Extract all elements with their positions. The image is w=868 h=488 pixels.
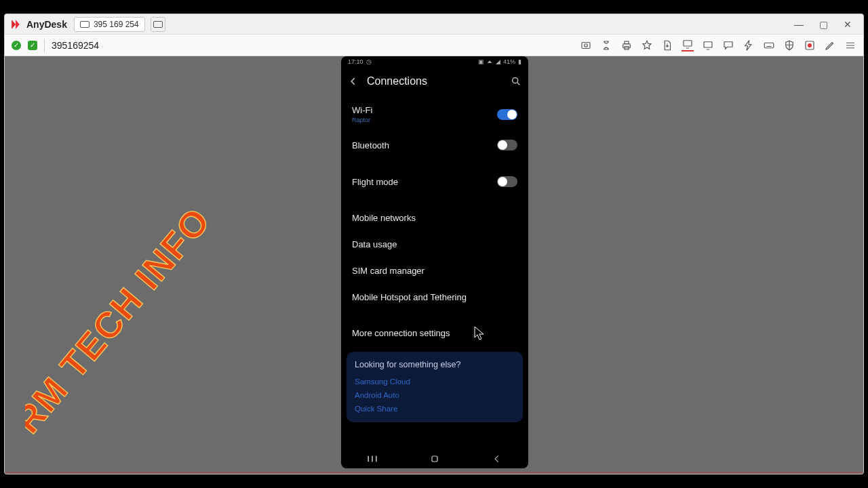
close-button[interactable]: ✕ <box>843 20 852 29</box>
hotspot-row[interactable]: Mobile Hotspot and Tethering <box>341 284 528 310</box>
monitor-icon <box>80 21 90 28</box>
status-time: 17:10 <box>348 58 363 65</box>
record-icon[interactable] <box>804 39 816 52</box>
more-settings-row[interactable]: More connection settings <box>341 320 528 346</box>
flight-mode-label: Flight mode <box>352 177 398 187</box>
download-file-icon[interactable] <box>661 39 673 52</box>
svg-rect-13 <box>432 456 437 462</box>
svg-point-12 <box>513 78 518 83</box>
link-samsung-cloud[interactable]: Samsung Cloud <box>355 375 515 388</box>
mobile-networks-row[interactable]: Mobile networks <box>341 205 528 231</box>
connection-ok-icon: ✓ <box>12 41 21 50</box>
svg-rect-5 <box>625 41 629 44</box>
separator <box>44 39 45 52</box>
status-battery: 41% <box>503 58 515 65</box>
svg-marker-1 <box>16 20 20 28</box>
svg-rect-4 <box>623 43 631 47</box>
session-toolbar: ✓ ✓ 395169254 <box>5 35 863 56</box>
remote-cursor-icon <box>474 326 485 341</box>
sim-manager-label: SIM card manager <box>352 266 425 276</box>
svg-marker-0 <box>12 20 16 28</box>
title-bar: AnyDesk 395 169 254 — ▢ ✕ <box>5 14 863 35</box>
suggestions-card: Looking for something else? Samsung Clou… <box>347 352 523 422</box>
monitor-icon[interactable] <box>702 39 714 52</box>
monitor-select-icon[interactable] <box>682 39 694 52</box>
printer-icon[interactable] <box>620 39 633 52</box>
shield-icon[interactable] <box>783 39 795 52</box>
star-icon[interactable] <box>641 39 653 52</box>
toolbar-actions <box>580 39 856 52</box>
search-button[interactable] <box>509 75 523 88</box>
card-heading: Looking for something else? <box>355 360 515 369</box>
svg-rect-8 <box>704 41 712 47</box>
menu-icon[interactable] <box>844 39 856 52</box>
address-tab[interactable]: 395 169 254 <box>74 17 145 32</box>
app-name: AnyDesk <box>26 19 67 30</box>
phone-status-bar: 17:10 ◷ ▣ ⏶ ◢ 41% ▮ <box>341 56 528 67</box>
mobile-networks-label: Mobile networks <box>352 213 416 223</box>
flight-mode-toggle[interactable] <box>497 176 517 187</box>
anydesk-logo-icon <box>9 18 22 31</box>
settings-list: Wi-Fi Raptor Bluetooth Flight mode Mo <box>341 96 528 348</box>
status-wifi-icon: ⏶ <box>487 58 493 65</box>
screenshot-icon[interactable] <box>580 39 592 52</box>
keyboard-icon[interactable] <box>763 39 775 52</box>
status-nfc-icon: ▣ <box>478 58 484 65</box>
svg-rect-2 <box>582 42 590 48</box>
minimize-button[interactable]: — <box>794 20 804 29</box>
remote-viewport[interactable]: RM TECH INFO 17:10 ◷ ▣ ⏶ ◢ 41% ▮ <box>5 56 863 474</box>
svg-point-3 <box>585 43 588 47</box>
bluetooth-toggle[interactable] <box>497 140 517 150</box>
svg-rect-7 <box>684 41 692 46</box>
bolt-icon[interactable] <box>743 39 755 52</box>
svg-rect-9 <box>764 43 774 48</box>
home-button[interactable] <box>425 453 445 464</box>
more-settings-label: More connection settings <box>352 328 450 338</box>
progress-bar <box>5 472 863 474</box>
bluetooth-label: Bluetooth <box>352 140 389 150</box>
monitor-icon <box>153 21 163 28</box>
data-usage-label: Data usage <box>352 239 397 249</box>
nav-back-button[interactable] <box>487 453 507 464</box>
wifi-label: Wi-Fi <box>352 105 372 115</box>
phone-screen: 17:10 ◷ ▣ ⏶ ◢ 41% ▮ Connections <box>341 56 528 468</box>
window-controls: — ▢ ✕ <box>794 20 859 29</box>
watermark: RM TECH INFO <box>25 97 317 463</box>
annotate-icon[interactable] <box>824 39 836 52</box>
address-text: 395 169 254 <box>94 20 139 29</box>
session-id: 395169254 <box>52 40 99 51</box>
phone-nav-bar <box>341 449 528 468</box>
wifi-row[interactable]: Wi-Fi Raptor <box>341 97 528 131</box>
maximize-button[interactable]: ▢ <box>818 20 828 29</box>
anydesk-window: AnyDesk 395 169 254 — ▢ ✕ ✓ ✓ 395169254 <box>4 14 864 474</box>
wifi-toggle[interactable] <box>497 109 517 120</box>
link-android-auto[interactable]: Android Auto <box>355 388 515 402</box>
status-signal-icon: ◢ <box>496 58 500 65</box>
page-title: Connections <box>367 75 427 87</box>
data-usage-row[interactable]: Data usage <box>341 231 528 258</box>
phone-header: Connections <box>341 67 528 96</box>
status-clock-icon: ◷ <box>366 58 372 65</box>
hotspot-label: Mobile Hotspot and Tethering <box>352 292 467 302</box>
new-tab-button[interactable] <box>151 17 165 32</box>
watermark-text: RM TECH INFO <box>25 199 218 441</box>
link-quick-share[interactable]: Quick Share <box>355 402 515 415</box>
back-button[interactable] <box>347 75 360 88</box>
chat-icon[interactable] <box>722 39 734 52</box>
bluetooth-row[interactable]: Bluetooth <box>341 131 528 159</box>
recents-button[interactable] <box>362 453 382 464</box>
permission-icon: ✓ <box>28 41 37 50</box>
status-battery-icon: ▮ <box>518 58 521 65</box>
sim-manager-row[interactable]: SIM card manager <box>341 258 528 284</box>
hourglass-icon[interactable] <box>600 39 612 52</box>
flight-mode-row[interactable]: Flight mode <box>341 168 528 195</box>
wifi-network: Raptor <box>352 117 372 123</box>
svg-point-11 <box>808 43 812 47</box>
